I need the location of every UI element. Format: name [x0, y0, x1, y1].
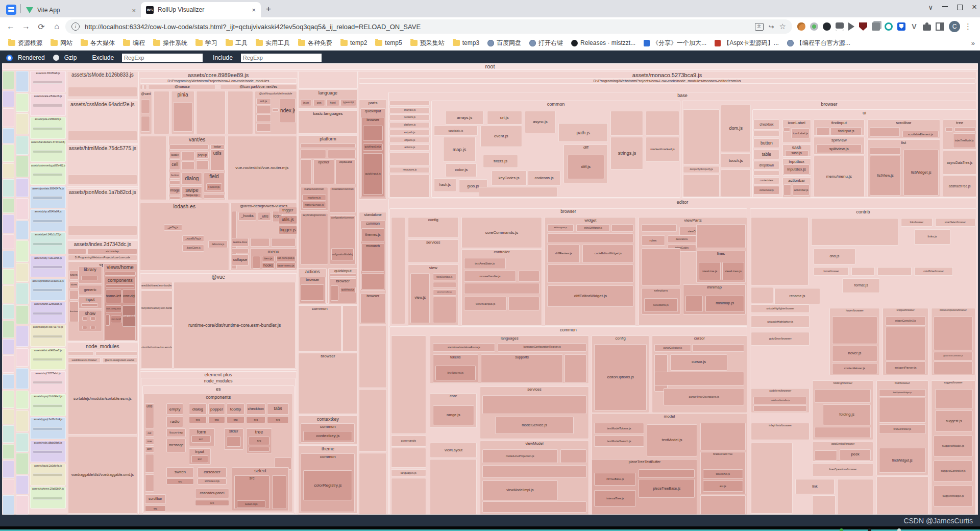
treemap-fragment[interactable]	[482, 501, 586, 513]
bookmark-item[interactable]: 【编程平台官方源...	[784, 37, 853, 49]
treemap-node[interactable]: indexTreeModel.js	[953, 133, 975, 148]
gzip-radio[interactable]	[53, 55, 59, 61]
bookmark-item[interactable]: 编程	[120, 37, 148, 49]
pages-extension-icon[interactable]	[872, 22, 880, 31]
treemap-fragment[interactable]	[391, 478, 426, 515]
treemap-node[interactable]: monarch	[361, 243, 384, 272]
treemap-node[interactable]: colorRegistry.js	[303, 470, 352, 500]
treemap-node[interactable]: json	[301, 99, 311, 107]
treemap-node[interactable]: debounce.js	[208, 240, 228, 248]
treemap-node[interactable]: _equalByTag.js	[182, 235, 204, 242]
treemap-node[interactable]: Swipe.mjs	[183, 193, 201, 198]
treemap-node[interactable]: tokenizer.js	[703, 469, 743, 479]
treemap-node[interactable]: viewLine.js	[699, 262, 721, 281]
treemap-fragment[interactable]	[433, 282, 456, 288]
treemap-node[interactable]: uuid/dist/esm-browser	[68, 357, 101, 363]
treemap-node[interactable]: image	[169, 186, 180, 195]
treemap-node[interactable]: utils	[210, 150, 225, 171]
treemap-node[interactable]: tooltip	[227, 403, 245, 415]
treemap-fragment[interactable]	[783, 184, 791, 196]
treemap-node[interactable]: viewLines.js	[722, 262, 744, 281]
treemap-node[interactable]: src	[166, 478, 194, 485]
treemap-fragment[interactable]	[16, 283, 29, 304]
treemap-fragment[interactable]	[391, 448, 426, 468]
treemap-fragment[interactable]	[16, 240, 29, 262]
treemap-fragment[interactable]	[16, 368, 29, 390]
treemap-node[interactable]: basic-languages	[298, 110, 357, 134]
treemap-fragment[interactable]	[753, 171, 779, 176]
treemap-node[interactable]: event.js	[480, 126, 522, 147]
treemap-fragment[interactable]	[154, 91, 170, 135]
treemap-node[interactable]: focus-trap	[166, 428, 186, 437]
treemap-node[interactable]: resize-box	[232, 238, 249, 247]
treemap-fragment[interactable]	[68, 131, 137, 141]
treemap-fragment[interactable]	[815, 450, 837, 461]
treemap-node[interactable]: findOptionsWidget.js	[879, 389, 926, 397]
treemap-node[interactable]: src	[208, 416, 225, 424]
treemap-fragment[interactable]	[610, 111, 643, 136]
treemap-node[interactable]: src	[267, 416, 289, 424]
treemap-fragment[interactable]	[3, 198, 14, 213]
treemap-node[interactable]: suggest.js	[935, 411, 973, 432]
treemap-node[interactable]: color.js	[446, 163, 477, 177]
treemap-node[interactable]: dnd.js	[814, 248, 855, 264]
treemap-fragment[interactable]	[935, 389, 973, 409]
treemap-fragment[interactable]	[3, 425, 14, 443]
taskbar-icon[interactable]	[897, 528, 901, 531]
treemap-node[interactable]: iconLabel.js	[791, 128, 810, 138]
treemap-node[interactable]: dompurify/dompurify.js	[683, 166, 720, 174]
treemap-fragment[interactable]	[16, 453, 29, 474]
treemap-node[interactable]: sash.js	[785, 150, 808, 156]
bookmark-item[interactable]: 各种免费	[295, 37, 335, 49]
treemap-node[interactable]: listView.js	[870, 156, 901, 196]
treemap-fragment[interactable]	[331, 285, 338, 300]
treemap-node[interactable]: dialog	[181, 173, 202, 185]
treemap-fragment[interactable]	[169, 196, 180, 199]
treemap-node[interactable]: asyncDataTree.js	[943, 151, 976, 174]
treemap-fragment[interactable]	[3, 374, 14, 389]
treemap-fragment[interactable]	[33, 243, 63, 246]
treemap-fragment[interactable]	[33, 450, 63, 453]
treemap-fragment[interactable]	[342, 305, 357, 351]
treemap-node[interactable]: src	[191, 436, 211, 443]
treemap-node[interactable]: range.js	[433, 405, 475, 425]
treemap-fragment[interactable]	[359, 326, 387, 388]
treemap-node[interactable]: gotoError/browser	[751, 332, 810, 346]
treemap-node[interactable]: css	[313, 99, 325, 107]
treemap-fragment[interactable]	[3, 444, 14, 459]
treemap-fragment[interactable]	[519, 271, 540, 282]
treemap-fragment[interactable]	[204, 194, 225, 199]
treemap-node[interactable]: runtime-core/dist/runtime-core.esm-bundl…	[174, 282, 296, 369]
treemap-fragment[interactable]	[870, 127, 900, 137]
play-extension-icon[interactable]	[848, 22, 854, 31]
treemap-fragment[interactable]	[196, 160, 209, 171]
treemap-node[interactable]: button	[169, 172, 180, 179]
treemap-fragment[interactable]	[82, 317, 87, 320]
treemap-node[interactable]: ghostTextController.js	[934, 352, 973, 360]
treemap-node[interactable]: hooks	[262, 262, 275, 269]
treemap-fragment[interactable]	[33, 497, 63, 500]
treemap-node[interactable]: textAreaState.js	[464, 258, 506, 269]
treemap-node[interactable]: directives	[69, 301, 79, 323]
treemap-fragment[interactable]	[81, 276, 98, 281]
treemap-node[interactable]: cursor.js	[670, 354, 727, 371]
treemap-fragment[interactable]	[16, 178, 29, 197]
treemap-node[interactable]: keyCodes.js	[492, 171, 527, 185]
treemap-node[interactable]: link	[795, 479, 835, 494]
treemap-fragment[interactable]	[106, 284, 134, 288]
treemap-fragment[interactable]	[250, 238, 270, 247]
treemap-fragment[interactable]	[611, 224, 633, 232]
treemap-node[interactable]: resources.js	[389, 167, 430, 173]
treemap-node[interactable]: textModelSearch.js	[594, 436, 644, 447]
treemap-node[interactable]: peek	[840, 449, 871, 461]
treemap-fragment[interactable]	[33, 150, 63, 153]
bookmark-star-icon[interactable]: ☆	[779, 22, 786, 31]
treemap-node[interactable]: filters.js	[483, 155, 518, 168]
treemap-node[interactable]: modelService.js	[495, 417, 573, 434]
treemap-node[interactable]: Field.mjs	[206, 183, 222, 191]
treemap-fragment[interactable]	[330, 273, 356, 277]
treemap-fragment[interactable]	[3, 108, 14, 127]
treemap-fragment[interactable]	[272, 108, 279, 112]
treemap-node[interactable]: dialog	[189, 403, 207, 415]
treemap-fragment[interactable]	[181, 161, 194, 170]
